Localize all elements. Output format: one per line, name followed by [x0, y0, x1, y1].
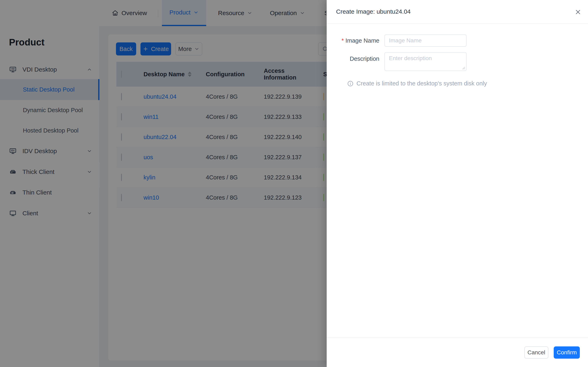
confirm-button[interactable]: Confirm	[554, 346, 580, 359]
description-label: Description	[327, 52, 379, 71]
drawer-title: Create Image: ubuntu24.04	[336, 0, 411, 23]
drawer-footer: Cancel Confirm	[327, 337, 588, 367]
description-row: Description	[327, 52, 588, 71]
required-asterisk: *	[342, 37, 344, 44]
info-icon	[347, 80, 354, 87]
image-name-row: *Image Name	[327, 34, 588, 47]
image-name-label: *Image Name	[327, 34, 379, 47]
info-note: Create is limited to the desktop's syste…	[347, 80, 588, 87]
create-image-drawer: Create Image: ubuntu24.04 *Image Name De…	[327, 0, 588, 367]
drawer-header: Create Image: ubuntu24.04	[327, 0, 588, 24]
close-button[interactable]	[575, 9, 581, 15]
close-icon	[575, 9, 581, 15]
image-name-field[interactable]	[384, 34, 467, 47]
description-field[interactable]	[384, 52, 467, 71]
drawer-mask[interactable]	[0, 0, 327, 367]
cancel-button[interactable]: Cancel	[524, 346, 548, 359]
info-note-text: Create is limited to the desktop's syste…	[356, 80, 487, 87]
drawer-body: *Image Name Description Create is limite…	[327, 24, 588, 87]
